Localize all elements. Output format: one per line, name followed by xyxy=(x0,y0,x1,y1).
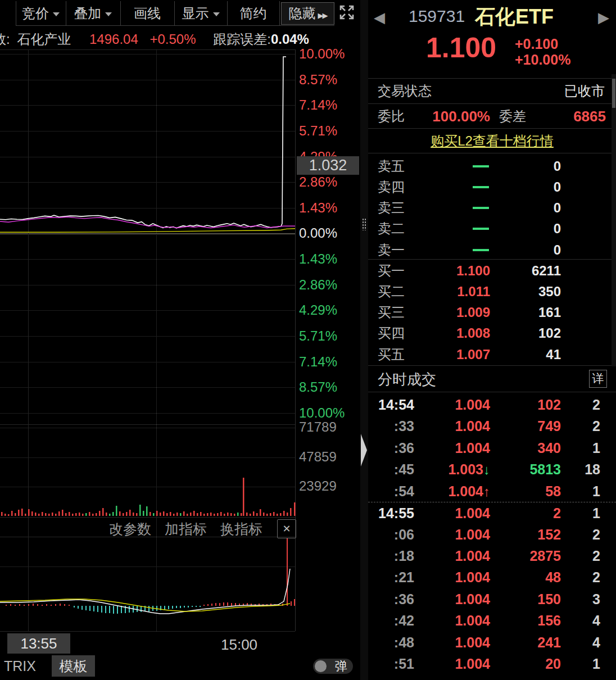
close-icon[interactable]: ✕ xyxy=(277,519,296,538)
book-volume: 350 xyxy=(538,281,561,302)
drag-grip-icon[interactable] xyxy=(362,218,367,230)
book-level-label: 买一 xyxy=(378,260,405,281)
book-volume: 0 xyxy=(554,197,561,218)
book-price: 1.011 xyxy=(457,281,490,302)
template-button[interactable]: 模板 xyxy=(52,655,95,677)
trix-histogram-tick xyxy=(109,606,110,613)
transaction-volume: 2 xyxy=(553,502,561,524)
volume-bar xyxy=(220,512,222,516)
volume-bar xyxy=(99,511,101,516)
price-change-percent: +10.00% xyxy=(515,52,570,68)
transaction-volume: 749 xyxy=(537,415,561,437)
axis-tick-label: 0.00% xyxy=(299,226,337,240)
buy-book-row[interactable]: 买三1.009161 xyxy=(368,302,616,323)
transaction-volume: 150 xyxy=(537,588,561,610)
trix-histogram-tick xyxy=(207,604,209,606)
transaction-count: 2 xyxy=(592,524,600,545)
volume-bar xyxy=(190,513,192,516)
transaction-time: 14:54 xyxy=(378,394,414,415)
collapse-panel-arrow-icon[interactable] xyxy=(361,434,367,466)
volume-bar xyxy=(129,510,131,516)
buy-book-row[interactable]: 买五1.00741 xyxy=(368,344,616,365)
transaction-count: 1 xyxy=(592,502,600,524)
transaction-count: 1 xyxy=(592,653,600,674)
sell-book-row[interactable]: 卖二0 xyxy=(368,218,616,239)
trix-histogram-tick xyxy=(176,606,177,608)
volume-bar xyxy=(136,513,138,516)
trix-histogram-tick xyxy=(113,606,114,614)
trix-histogram-tick xyxy=(180,606,181,608)
transaction-time: :48 xyxy=(394,632,414,653)
sell-book-row[interactable]: 卖四0 xyxy=(368,176,616,197)
overlay-button[interactable]: 叠加 xyxy=(66,3,120,24)
indicator-name-label[interactable]: TRIX xyxy=(4,658,36,674)
volume-bar xyxy=(143,511,144,516)
index-name: 石化产业 xyxy=(17,31,71,47)
separator xyxy=(368,153,616,153)
volume-bar xyxy=(31,511,33,516)
volume-bar xyxy=(21,509,23,516)
fullscreen-icon[interactable] xyxy=(337,3,356,22)
trix-histogram-tick xyxy=(219,603,220,606)
transaction-volume: 58 xyxy=(545,480,561,502)
volume-bar xyxy=(96,513,97,516)
separator xyxy=(368,128,616,129)
draw-line-button[interactable]: 画线 xyxy=(120,3,174,24)
volume-bar xyxy=(200,512,202,516)
switch-indicator-button[interactable]: 换指标 xyxy=(220,520,262,538)
book-level-label: 卖二 xyxy=(378,218,405,239)
hide-panel-button[interactable]: 隐藏▶▶ xyxy=(281,2,334,25)
volume-bar xyxy=(290,508,292,516)
buy-book-row[interactable]: 买二1.011350 xyxy=(368,281,616,302)
auction-button[interactable]: 竞价 xyxy=(16,3,66,24)
chevron-down-icon xyxy=(213,12,220,20)
transaction-row: :421.0041564 xyxy=(368,610,616,631)
transaction-time: :18 xyxy=(394,545,414,566)
trade-status-label: 交易状态 xyxy=(378,79,432,103)
trix-histogram-tick xyxy=(55,604,56,606)
buy-l2-link[interactable]: 购买L2查看十档行情 xyxy=(368,129,616,153)
transaction-price: 1.004 xyxy=(455,588,490,610)
simple-mode-button[interactable]: 简约 xyxy=(227,3,279,24)
volume-bar xyxy=(266,514,268,516)
add-indicator-button[interactable]: 加指标 xyxy=(165,520,207,538)
volume-bar xyxy=(82,514,84,516)
next-stock-arrow-icon[interactable]: ▶ xyxy=(598,9,609,26)
trix-histogram-tick xyxy=(69,605,70,606)
volume-bar xyxy=(123,513,124,516)
transaction-count: 2 xyxy=(592,415,600,437)
transaction-price: 1.004 xyxy=(455,502,490,524)
transaction-time: :45 xyxy=(394,459,414,480)
volume-bar xyxy=(260,509,261,516)
sell-book-row[interactable]: 卖三0 xyxy=(368,197,616,218)
volume-bar xyxy=(273,512,275,516)
volume-bar xyxy=(109,514,111,516)
popup-toggle[interactable]: 弹 xyxy=(313,659,353,674)
volume-bar xyxy=(173,514,175,516)
volume-bar xyxy=(193,511,195,516)
sell-book-row[interactable]: 卖一0 xyxy=(368,239,616,260)
buy-book-row[interactable]: 买一1.1006211 xyxy=(368,260,616,281)
book-level-label: 买二 xyxy=(378,281,405,302)
change-params-button[interactable]: 改参数 xyxy=(109,520,151,538)
weicha-label: 委差 xyxy=(499,104,526,129)
display-button[interactable]: 显示 xyxy=(174,3,227,24)
prev-stock-arrow-icon[interactable]: ◀ xyxy=(374,9,385,26)
volume-bar xyxy=(65,513,67,516)
transaction-row: :361.0043401 xyxy=(368,437,616,459)
transaction-row: :451.003↓581318 xyxy=(368,459,616,480)
transaction-time: :42 xyxy=(394,610,414,631)
scrollbar[interactable] xyxy=(612,74,616,366)
volume-bar xyxy=(214,514,215,516)
transaction-time: :21 xyxy=(394,566,414,588)
sell-book-row[interactable]: 卖五0 xyxy=(368,156,616,176)
volume-bar xyxy=(180,513,182,516)
detail-button[interactable]: 详 xyxy=(589,370,607,388)
transaction-count: 18 xyxy=(585,459,600,480)
quote-panel: ◀ ▶ 159731 石化ETF 1.100 +0.100 +10.00% 交易… xyxy=(368,0,616,680)
book-price: 1.009 xyxy=(456,302,490,323)
weicha-value: 6865 xyxy=(573,104,606,129)
buy-book-row[interactable]: 买四1.008102 xyxy=(368,323,616,343)
transaction-price: 1.004 xyxy=(455,632,490,653)
scrollbar-thumb[interactable] xyxy=(612,79,615,108)
